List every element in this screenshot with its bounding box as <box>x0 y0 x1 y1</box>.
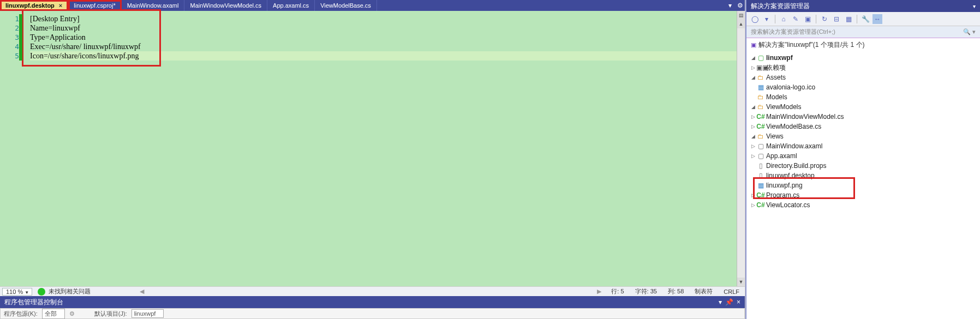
status-col[interactable]: 列: 58 <box>662 287 689 296</box>
editor-tabbar: linuxwpf.desktop × linuxwpf.csproj* Main… <box>0 0 745 11</box>
pkg-source-combo[interactable]: 全部 <box>42 309 65 319</box>
refresh-icon[interactable]: ↻ <box>820 14 829 24</box>
search-dropdown-icon[interactable]: 🔍 ▾ <box>963 28 976 35</box>
pkg-project-combo[interactable]: linuxwpf <box>132 309 164 318</box>
editor-statusbar: 110 % ▼ 未找到相关问题 ◀ ▶ 行: 5 字符: 35 列: 58 制表… <box>0 286 745 296</box>
line-number: 4 <box>0 42 22 51</box>
pkg-source-label: 程序包源(K): <box>4 310 38 318</box>
file-linuxwpf-png[interactable]: ▦linuxwpf.png <box>746 180 980 190</box>
solution-header[interactable]: ▣ 解决方案"linuxwpf"(1 个项目/共 1 个) <box>746 38 980 52</box>
vertical-scrollbar[interactable]: ▤ ▲ ▼ <box>737 11 745 286</box>
scroll-split-icon[interactable]: ▤ <box>737 11 745 20</box>
status-eol[interactable]: CRLF <box>718 288 745 295</box>
file-app-axaml[interactable]: ▷▢App.axaml <box>746 151 980 161</box>
file-viewlocator-cs[interactable]: ▷C#ViewLocator.cs <box>746 200 980 210</box>
code-editor[interactable]: [Desktop Entry] Name=linuxwpf Type=Appli… <box>25 11 737 286</box>
code-line: Exec=/usr/share/ linuxwpf/linuxwpf <box>30 42 737 51</box>
tab-label: MainWindow.axaml <box>127 2 179 9</box>
status-ok-icon <box>38 288 45 296</box>
folder-models[interactable]: 🗀Models <box>746 92 980 102</box>
line-number: 1 <box>0 14 22 23</box>
package-manager-toolbar: 程序包源(K): 全部 ⚙ 默认项目(J): linuxwpf <box>0 308 745 319</box>
editor-pane: linuxwpf.desktop × linuxwpf.csproj* Main… <box>0 0 745 319</box>
scroll-right-icon[interactable]: ▶ <box>597 288 601 295</box>
tab-viewmodelbase-cs[interactable]: ViewModelBase.cs <box>315 0 377 11</box>
close-icon[interactable]: × <box>59 2 62 9</box>
folder-assets[interactable]: ◢🗀Assets <box>746 73 980 82</box>
panel-menu-icon[interactable]: ▾ <box>973 3 976 9</box>
file-vmbase[interactable]: ▷C#ViewModelBase.cs <box>746 122 980 131</box>
tab-label: linuxwpf.csproj* <box>74 2 115 9</box>
tab-label: App.axaml.cs <box>273 2 309 9</box>
tab-linuxwpf-desktop[interactable]: linuxwpf.desktop × <box>0 0 68 11</box>
sync-icon[interactable]: ✎ <box>791 14 800 24</box>
back-icon[interactable]: ◯ <box>750 14 760 24</box>
file-directory-build-props[interactable]: ▯Directory.Build.props <box>746 161 980 171</box>
project-node[interactable]: ◢▢linuxwpf <box>746 53 980 63</box>
line-number: 2 <box>0 23 22 33</box>
tab-label: linuxwpf.desktop <box>5 2 55 9</box>
pin-icon[interactable]: 📌 <box>725 298 733 306</box>
tab-app-axaml-cs[interactable]: App.axaml.cs <box>267 0 315 11</box>
folder-views[interactable]: ◢🗀Views <box>746 131 980 141</box>
file-mainwindow-axaml[interactable]: ▷▢MainWindow.axaml <box>746 141 980 151</box>
solution-explorer-toolbar: ◯ ▾ ⌂ ✎ ▣ ↻ ⊟ ▦ 🔧 ↔ <box>746 12 980 26</box>
tab-mainwindowviewmodel-cs[interactable]: MainWindowViewModel.cs <box>184 0 267 11</box>
tab-linuxwpf-csproj[interactable]: linuxwpf.csproj* <box>68 0 121 11</box>
pkg-project-label: 默认项目(J): <box>94 310 127 318</box>
folder-viewmodels[interactable]: ◢🗀ViewModels <box>746 102 980 112</box>
show-all-icon[interactable]: ▣ <box>803 14 812 24</box>
gear-icon[interactable]: ⚙ <box>69 310 75 317</box>
status-ins[interactable]: 制表符 <box>689 287 718 296</box>
deps-node[interactable]: ▷▣▣依赖项 <box>746 63 980 73</box>
tab-overflow-icon[interactable]: ▾ <box>725 0 735 11</box>
line-number: 5 <box>0 51 22 61</box>
line-number-gutter: 1 2 3 4 5 <box>0 11 25 286</box>
solution-icon: ▣ <box>751 41 756 49</box>
solution-explorer-pane: 解决方案资源管理器 ▾ ◯ ▾ ⌂ ✎ ▣ ↻ ⊟ ▦ 🔧 ↔ 搜索解决方案资源… <box>745 0 980 319</box>
zoom-combo[interactable]: 110 % ▼ <box>2 288 32 296</box>
scroll-down-icon[interactable]: ▼ <box>737 278 745 286</box>
status-char[interactable]: 字符: 35 <box>630 287 662 296</box>
wrench-icon[interactable]: 🔧 <box>861 14 870 24</box>
package-manager-titlebar: 程序包管理器控制台 ▾ 📌 × <box>0 296 745 308</box>
file-avalonia-logo[interactable]: ▦avalonia-logo.ico <box>746 82 980 92</box>
code-line: Icon=/usr/share/icons/linuxwpf.png <box>30 51 737 61</box>
solution-tree: ◢▢linuxwpf ▷▣▣依赖项 ◢🗀Assets ▦avalonia-log… <box>746 52 980 319</box>
file-linuxwpf-desktop[interactable]: ▯linuxwpf.desktop <box>746 171 980 180</box>
scroll-up-icon[interactable]: ▲ <box>737 20 745 28</box>
solution-explorer-search[interactable]: 搜索解决方案资源管理器(Ctrl+;) 🔍 ▾ <box>746 26 980 38</box>
tab-label: MainWindowViewModel.cs <box>190 2 261 9</box>
home-icon[interactable]: ⌂ <box>779 14 788 24</box>
properties-icon[interactable]: ▦ <box>844 14 853 24</box>
code-line: Name=linuxwpf <box>30 23 737 33</box>
preview-icon[interactable]: ↔ <box>873 14 882 24</box>
issues-label[interactable]: 未找到相关问题 <box>49 287 91 296</box>
collapse-icon[interactable]: ⊟ <box>832 14 841 24</box>
line-number: 3 <box>0 33 22 42</box>
file-program-cs[interactable]: ▷C#Program.cs <box>746 190 980 200</box>
gear-icon[interactable]: ⚙ <box>735 0 745 11</box>
panel-menu-icon[interactable]: ▾ <box>719 298 722 306</box>
code-line: [Desktop Entry] <box>30 14 737 23</box>
status-line[interactable]: 行: 5 <box>606 287 629 296</box>
code-line: Type=Application <box>30 33 737 42</box>
package-manager-title: 程序包管理器控制台 <box>4 298 63 307</box>
tab-mainwindow-axaml[interactable]: MainWindow.axaml <box>122 0 185 11</box>
close-icon[interactable]: × <box>737 298 740 306</box>
forward-icon[interactable]: ▾ <box>762 14 772 24</box>
editor-body: 1 2 3 4 5 [Desktop Entry] Name=linuxwpf … <box>0 11 745 286</box>
file-mwvm[interactable]: ▷C#MainWindowViewModel.cs <box>746 112 980 122</box>
scroll-left-icon[interactable]: ◀ <box>140 288 144 295</box>
solution-explorer-titlebar: 解决方案资源管理器 ▾ <box>746 0 980 12</box>
tab-label: ViewModelBase.cs <box>320 2 371 9</box>
